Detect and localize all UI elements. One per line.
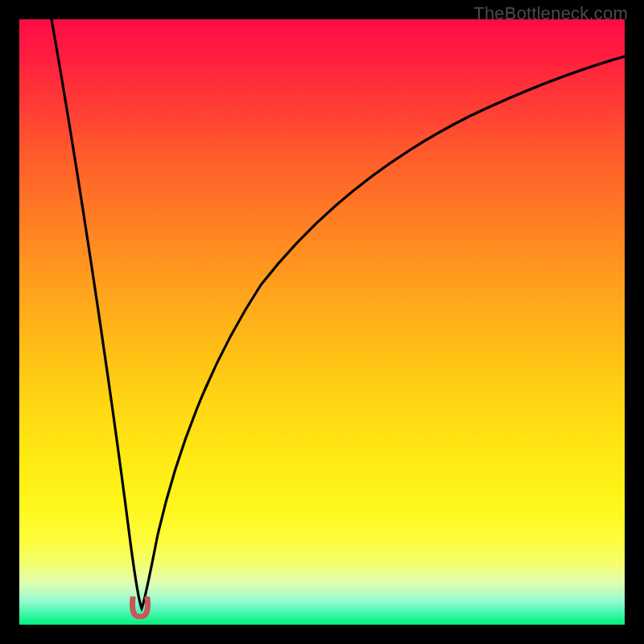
curve-path — [52, 19, 625, 609]
chart-frame: TheBottleneck.com — [0, 0, 644, 644]
minimum-marker — [128, 597, 152, 619]
watermark-text: TheBottleneck.com — [473, 3, 628, 24]
bottleneck-curve — [19, 19, 625, 625]
plot-area — [19, 19, 625, 625]
